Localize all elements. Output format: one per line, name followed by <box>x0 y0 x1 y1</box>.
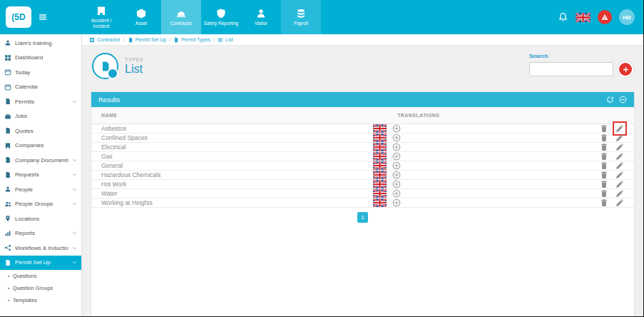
sidebar-item-locations[interactable]: Locations <box>0 211 81 226</box>
bullet-icon: • <box>8 297 10 303</box>
results-header: Results <box>91 92 634 107</box>
edit-icon[interactable] <box>615 143 624 151</box>
safety-reporting-icon <box>215 8 227 19</box>
delete-icon[interactable] <box>600 171 608 179</box>
topbar-right: HD <box>558 9 643 25</box>
add-translation-icon[interactable] <box>392 124 401 133</box>
edit-icon[interactable] <box>615 198 624 207</box>
edit-icon[interactable] <box>615 124 624 133</box>
permit-type-name: Water <box>101 190 373 197</box>
sidebar-item-quotes[interactable]: Quotes <box>0 124 81 139</box>
sidebar-item-today[interactable]: Today <box>0 65 81 80</box>
add-translation-icon[interactable] <box>392 143 401 151</box>
permit-type-name: Hazardous Chemicals <box>101 171 373 178</box>
training-icon <box>4 39 11 46</box>
breadcrumb-list[interactable]: List <box>218 37 233 43</box>
emergency-alarm-icon[interactable] <box>598 10 612 24</box>
add-translation-icon[interactable] <box>392 189 401 198</box>
flag-uk-icon <box>373 198 387 207</box>
table-header-row: NAME TRANSLATIONS <box>91 107 634 124</box>
sidebar-item-permit-set-up[interactable]: Permit Set Up <box>0 256 81 271</box>
notifications-bell-icon[interactable] <box>558 12 568 23</box>
sidebar-item-jobs[interactable]: Jobs <box>0 109 81 124</box>
permit-type-name: Electrical <box>101 144 373 151</box>
permit-setup-icon <box>4 259 11 266</box>
chevron-down-icon <box>72 231 77 236</box>
search-input[interactable] <box>529 62 613 76</box>
delete-icon[interactable] <box>600 152 608 161</box>
flag-uk-icon <box>373 171 387 179</box>
sidebar-item-people-groups[interactable]: People Groups <box>0 197 81 212</box>
alert-triangle-icon <box>600 13 609 21</box>
edit-icon[interactable] <box>615 152 624 161</box>
chevron-down-icon <box>72 158 77 163</box>
quotes-icon <box>4 127 11 134</box>
permit-type-name: Asbestos <box>101 125 373 132</box>
delete-icon[interactable] <box>600 124 608 133</box>
sidebar-item-companies[interactable]: Companies <box>0 139 81 154</box>
page-kicker: TYPES <box>125 57 143 62</box>
delete-icon[interactable] <box>600 180 608 188</box>
delete-icon[interactable] <box>600 143 608 151</box>
edit-icon[interactable] <box>615 134 624 142</box>
add-translation-icon[interactable] <box>392 198 401 207</box>
language-flag-uk-icon[interactable] <box>576 13 591 22</box>
workflows-icon <box>4 244 11 251</box>
avatar[interactable]: HD <box>619 9 635 25</box>
sidebar-item-dashboard[interactable]: Dashboard <box>0 51 81 66</box>
add-translation-icon[interactable] <box>392 152 401 161</box>
table-row: Gas <box>91 152 634 161</box>
sidebar-item-liam-s-training[interactable]: Liam's training <box>0 36 81 51</box>
today-icon <box>4 69 11 76</box>
delete-icon[interactable] <box>600 198 608 207</box>
edit-icon[interactable] <box>615 161 624 170</box>
sidebar-item-workflows-inductions[interactable]: Workflows & Inductions <box>0 241 81 256</box>
edit-icon[interactable] <box>615 171 624 179</box>
refresh-icon[interactable] <box>606 96 614 104</box>
dashboard-icon <box>4 54 11 61</box>
list-icon <box>218 37 223 43</box>
add-button[interactable] <box>618 61 633 77</box>
edit-icon[interactable] <box>615 189 624 198</box>
top-nav-safety-reporting[interactable]: Safety Reporting <box>201 0 241 34</box>
pagination-page[interactable]: 1 <box>357 212 368 223</box>
top-nav-asset[interactable]: Asset <box>121 0 161 34</box>
permit-icon <box>128 37 133 43</box>
app-logo-text: (5D <box>11 12 25 22</box>
top-nav-contractor[interactable]: Contractor <box>161 0 201 34</box>
permit-type-name: Hot Work <box>101 181 373 188</box>
add-translation-icon[interactable] <box>392 134 401 142</box>
collapse-icon[interactable] <box>619 96 627 104</box>
sidebar-subitem-templates[interactable]: • Templates <box>0 294 81 306</box>
top-nav-visitor[interactable]: Visitor <box>241 0 281 34</box>
add-translation-icon[interactable] <box>392 180 401 188</box>
sidebar-item-reports[interactable]: Reports <box>0 226 81 241</box>
bullet-icon: • <box>8 273 10 279</box>
hamburger-menu-icon[interactable] <box>39 13 47 21</box>
delete-icon[interactable] <box>600 161 608 170</box>
add-translation-icon[interactable] <box>392 161 401 170</box>
delete-icon[interactable] <box>600 134 608 142</box>
add-translation-icon[interactable] <box>392 171 401 179</box>
top-nav-payroll[interactable]: Payroll <box>281 0 321 34</box>
people-groups-icon <box>4 201 11 208</box>
edit-icon[interactable] <box>615 180 624 188</box>
people-icon <box>4 186 11 193</box>
sidebar-item-permits[interactable]: Permits <box>0 94 81 109</box>
delete-icon[interactable] <box>600 189 608 198</box>
sidebar-item-people[interactable]: People <box>0 182 81 197</box>
chevron-down-icon <box>72 172 77 177</box>
breadcrumb-contractor[interactable]: Contractor <box>89 37 121 43</box>
breadcrumb-permit-types[interactable]: Permit Types <box>173 37 210 43</box>
permit-type-name: General <box>101 162 373 169</box>
top-nav-accident-incident[interactable]: Accident / Incident <box>81 0 121 34</box>
sidebar-item-calendar[interactable]: Calendar <box>0 80 81 95</box>
breadcrumb-permit-set-up[interactable]: Permit Set Up <box>128 37 167 43</box>
sidebar-subitem-questions[interactable]: • Questions <box>0 270 81 282</box>
app-window: (5D Accident / Incident Asset Contractor… <box>0 0 644 317</box>
sidebar-item-requests[interactable]: Requests <box>0 168 81 183</box>
results-table: Asbestos Confined Spaces Electrical Gas … <box>91 124 634 208</box>
sidebar-subitem-question-groups[interactable]: • Question Groups <box>0 282 81 294</box>
sidebar-item-company-documents[interactable]: Company Documents <box>0 153 81 168</box>
app-logo[interactable]: (5D <box>6 6 31 28</box>
